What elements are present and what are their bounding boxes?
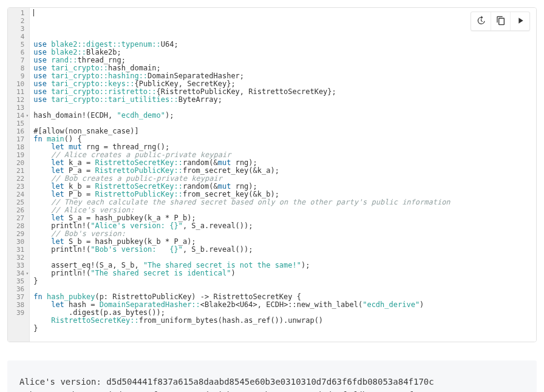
line-number: 31 [16, 246, 24, 254]
line-number: 19 [16, 151, 24, 159]
line-number: 35 [16, 277, 24, 285]
line-number: 3 [16, 25, 24, 33]
code-line: println!("Bob's version: {}", S_b.reveal… [33, 246, 532, 254]
line-number: 22 [16, 175, 24, 183]
line-number: 17 [16, 135, 24, 143]
line-number: 14▾ [16, 112, 24, 120]
line-number: 16 [16, 127, 24, 135]
line-number: 15 [16, 120, 24, 127]
code-line: hash_domain!(ECDH, "ecdh_demo"); [33, 112, 532, 120]
line-number: 38 [16, 301, 24, 309]
code-line: RistrettoSecretKey::from_uniform_bytes(h… [33, 317, 532, 325]
output-panel: Alice's version: d5d504441f837a615a8daab… [7, 360, 537, 392]
line-number: 4 [16, 33, 24, 41]
line-number: 39 [16, 309, 24, 317]
line-number: 13 [16, 104, 24, 112]
line-number: 5 [16, 41, 24, 49]
line-number: 29 [16, 230, 24, 238]
line-number: 26 [16, 206, 24, 214]
line-number: 23 [16, 183, 24, 191]
line-number: 27 [16, 214, 24, 222]
line-number: 1 [16, 9, 24, 17]
line-number: 11 [16, 88, 24, 96]
code-line: } [33, 325, 532, 333]
line-number: 12 [16, 96, 24, 104]
line-number: 20 [16, 159, 24, 167]
line-number: 36 [16, 285, 24, 293]
editor-body: 1234567891011121314▾15161718192021222324… [8, 8, 536, 342]
code-line [33, 333, 532, 340]
code-line: println!("The shared secret is identical… [33, 269, 532, 277]
line-number: 21 [16, 167, 24, 175]
line-number: 34▾ [16, 269, 24, 277]
line-number: 28 [16, 222, 24, 230]
line-number: 32 [16, 254, 24, 262]
line-number: 8 [16, 64, 24, 72]
line-number: 6 [16, 49, 24, 56]
code-area[interactable]: use blake2::digest::typenum::U64;use bla… [29, 8, 536, 342]
code-line: } [33, 277, 532, 285]
code-line: #[allow(non_snake_case)] [33, 127, 532, 135]
code-line: use tari_crypto::tari_utilities::ByteArr… [33, 96, 532, 104]
fold-icon[interactable]: ▾ [25, 112, 29, 120]
code-editor: 1234567891011121314▾15161718192021222324… [7, 7, 537, 342]
line-number: 24 [16, 191, 24, 198]
line-number: 10 [16, 80, 24, 88]
line-number: 25 [16, 198, 24, 206]
line-number: 33 [16, 262, 24, 269]
line-number: 7 [16, 56, 24, 64]
line-number: 37 [16, 293, 24, 301]
line-number: 18 [16, 143, 24, 151]
line-number: 30 [16, 238, 24, 246]
line-number: 9 [16, 72, 24, 80]
fold-icon[interactable]: ▾ [25, 269, 29, 277]
line-gutter: 1234567891011121314▾15161718192021222324… [8, 8, 29, 342]
line-number: 2 [16, 17, 24, 25]
text-cursor [33, 9, 34, 16]
